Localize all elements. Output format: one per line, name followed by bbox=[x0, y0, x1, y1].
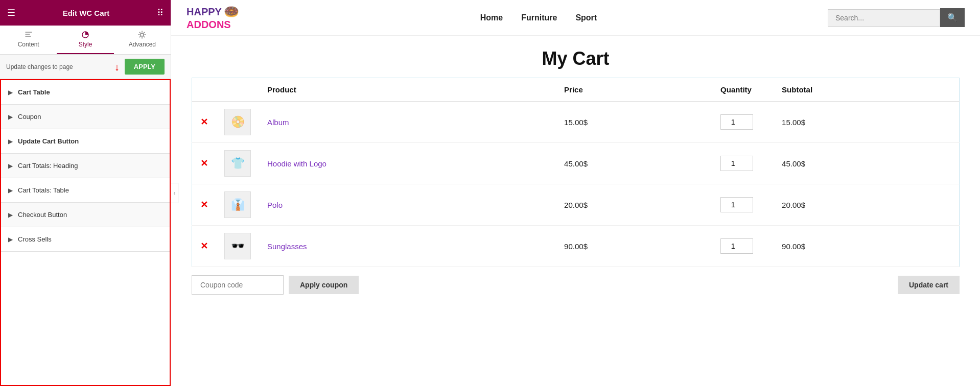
accordion-item-coupon[interactable]: ▶ Coupon bbox=[1, 105, 170, 129]
th-remove bbox=[192, 78, 217, 102]
table-row: ✕ 🕶️ Sunglasses 90.00$ 90.00$ bbox=[192, 226, 960, 267]
nav-links: Home Furniture Sport bbox=[270, 13, 807, 22]
accordion-label-update-cart: Update Cart Button bbox=[18, 137, 79, 145]
accordion-label-totals-table: Cart Totals: Table bbox=[18, 186, 69, 194]
product-price: 45.00$ bbox=[556, 143, 712, 184]
table-row: ✕ 📀 Album 15.00$ 15.00$ bbox=[192, 102, 960, 143]
logo-area: HAPPY 🍩 ADDONS bbox=[186, 5, 239, 31]
remove-icon[interactable]: ✕ bbox=[200, 200, 208, 210]
update-bar: Update changes to page ↓ APPLY bbox=[0, 55, 171, 79]
apply-button[interactable]: APPLY bbox=[125, 59, 165, 75]
quantity-input[interactable] bbox=[720, 238, 753, 254]
advanced-icon bbox=[138, 31, 146, 39]
th-subtotal: Subtotal bbox=[774, 78, 959, 102]
nav-link-sport[interactable]: Sport bbox=[575, 13, 597, 22]
hamburger-icon[interactable]: ☰ bbox=[7, 7, 15, 18]
product-name[interactable]: Sunglasses bbox=[259, 226, 556, 267]
quantity-input[interactable] bbox=[720, 197, 753, 212]
nav-bar: HAPPY 🍩 ADDONS Home Furniture Sport 🔍 bbox=[171, 0, 980, 36]
accordion-item-cart-totals-heading[interactable]: ▶ Cart Totals: Heading bbox=[1, 154, 170, 178]
quantity-input[interactable] bbox=[720, 156, 753, 171]
chevron-icon-cross-sells: ▶ bbox=[8, 236, 13, 243]
product-price: 15.00$ bbox=[556, 102, 712, 143]
update-bar-text: Update changes to page bbox=[6, 63, 109, 70]
tab-advanced[interactable]: Advanced bbox=[114, 26, 171, 54]
nav-link-furniture[interactable]: Furniture bbox=[521, 13, 557, 22]
sidebar-header: ☰ Edit WC Cart ⠿ bbox=[0, 0, 171, 26]
accordion-item-cart-totals-table[interactable]: ▶ Cart Totals: Table bbox=[1, 178, 170, 203]
product-subtotal: 90.00$ bbox=[774, 226, 959, 267]
search-bar: 🔍 bbox=[828, 8, 965, 27]
search-input[interactable] bbox=[828, 9, 940, 27]
svg-point-1 bbox=[141, 33, 144, 36]
chevron-icon: ▶ bbox=[8, 89, 13, 96]
accordion-list: ▶ Cart Table ▶ Coupon ▶ Update Cart Butt… bbox=[0, 79, 171, 386]
product-name[interactable]: Polo bbox=[259, 184, 556, 226]
main-content: HAPPY 🍩 ADDONS Home Furniture Sport 🔍 My… bbox=[171, 0, 980, 386]
content-icon bbox=[25, 31, 33, 39]
logo-addons: ADDONS bbox=[186, 19, 231, 31]
tab-style-label: Style bbox=[79, 41, 92, 48]
search-button[interactable]: 🔍 bbox=[940, 8, 965, 27]
coupon-input[interactable] bbox=[192, 275, 284, 295]
collapse-handle[interactable]: ‹ bbox=[171, 183, 178, 203]
product-img: 👔 bbox=[224, 191, 251, 218]
product-subtotal: 15.00$ bbox=[774, 102, 959, 143]
cart-table: Product Price Quantity Subtotal ✕ 📀 Albu… bbox=[192, 78, 960, 267]
product-subtotal: 45.00$ bbox=[774, 143, 959, 184]
product-img: 🕶️ bbox=[224, 233, 251, 259]
chevron-icon-update: ▶ bbox=[8, 138, 13, 145]
table-row: ✕ 👔 Polo 20.00$ 20.00$ bbox=[192, 184, 960, 226]
page-title-area: My Cart bbox=[171, 36, 980, 78]
accordion-label-checkout: Checkout Button bbox=[18, 211, 67, 219]
remove-icon[interactable]: ✕ bbox=[200, 158, 208, 168]
sidebar-title: Edit WC Cart bbox=[63, 9, 110, 17]
product-price: 90.00$ bbox=[556, 226, 712, 267]
product-img: 👕 bbox=[224, 150, 251, 177]
update-cart-button[interactable]: Update cart bbox=[898, 276, 960, 294]
chevron-icon-totals-heading: ▶ bbox=[8, 162, 13, 170]
product-name[interactable]: Album bbox=[259, 102, 556, 143]
tab-content-label: Content bbox=[18, 41, 39, 48]
accordion-label-cart-table: Cart Table bbox=[18, 88, 50, 96]
sidebar-tabs: Content Style Advanced bbox=[0, 26, 171, 55]
accordion-label-cross-sells: Cross Sells bbox=[18, 235, 52, 243]
product-name[interactable]: Hoodie with Logo bbox=[259, 143, 556, 184]
quantity-input[interactable] bbox=[720, 114, 753, 130]
nav-link-home[interactable]: Home bbox=[480, 13, 503, 22]
cart-table-header-row: Product Price Quantity Subtotal bbox=[192, 78, 960, 102]
chevron-icon-checkout: ▶ bbox=[8, 211, 13, 219]
product-price: 20.00$ bbox=[556, 184, 712, 226]
table-row: ✕ 👕 Hoodie with Logo 45.00$ 45.00$ bbox=[192, 143, 960, 184]
remove-icon[interactable]: ✕ bbox=[200, 117, 208, 127]
th-img bbox=[216, 78, 259, 102]
accordion-item-checkout-button[interactable]: ▶ Checkout Button bbox=[1, 203, 170, 227]
logo-happy: HAPPY bbox=[186, 6, 222, 18]
sidebar: ☰ Edit WC Cart ⠿ Content Style Advanced … bbox=[0, 0, 171, 386]
coupon-left: Apply coupon bbox=[192, 275, 359, 295]
remove-icon[interactable]: ✕ bbox=[200, 241, 208, 251]
product-subtotal: 20.00$ bbox=[774, 184, 959, 226]
logo-emoji: 🍩 bbox=[224, 5, 239, 19]
accordion-item-cart-table[interactable]: ▶ Cart Table bbox=[1, 80, 170, 105]
tab-content[interactable]: Content bbox=[0, 26, 57, 54]
tab-style[interactable]: Style bbox=[57, 26, 113, 54]
chevron-icon-coupon: ▶ bbox=[8, 113, 13, 120]
accordion-label-coupon: Coupon bbox=[18, 113, 41, 120]
th-quantity: Quantity bbox=[712, 78, 774, 102]
accordion-label-totals-heading: Cart Totals: Heading bbox=[18, 162, 78, 170]
chevron-icon-totals-table: ▶ bbox=[8, 187, 13, 194]
th-product: Product bbox=[259, 78, 556, 102]
accordion-item-update-cart[interactable]: ▶ Update Cart Button bbox=[1, 129, 170, 154]
style-icon bbox=[81, 31, 89, 39]
th-price: Price bbox=[556, 78, 712, 102]
cart-area: Product Price Quantity Subtotal ✕ 📀 Albu… bbox=[171, 78, 980, 305]
grid-icon[interactable]: ⠿ bbox=[157, 7, 164, 18]
tab-advanced-label: Advanced bbox=[129, 41, 156, 48]
coupon-row: Apply coupon Update cart bbox=[192, 267, 960, 295]
accordion-item-cross-sells[interactable]: ▶ Cross Sells bbox=[1, 227, 170, 252]
red-arrow-icon: ↓ bbox=[114, 62, 120, 72]
product-img: 📀 bbox=[224, 109, 251, 135]
apply-coupon-button[interactable]: Apply coupon bbox=[289, 276, 359, 294]
page-title: My Cart bbox=[171, 48, 980, 69]
